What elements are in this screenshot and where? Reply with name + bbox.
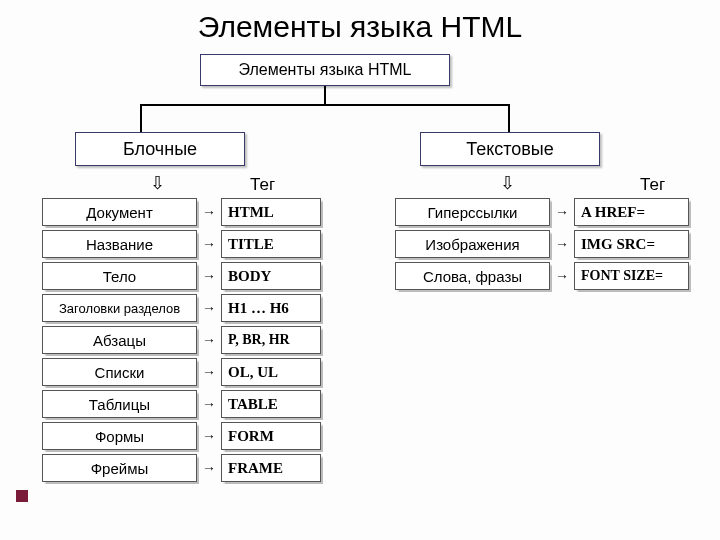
element-tag: FORM	[221, 422, 321, 450]
element-tag: A HREF=	[574, 198, 689, 226]
element-tag: TABLE	[221, 390, 321, 418]
table-row: Тело → BODY	[42, 262, 321, 290]
table-row: Слова, фразы → FONT SIZE=	[395, 262, 689, 290]
table-row: Название → TITLE	[42, 230, 321, 258]
tag-header-left: Тег	[250, 175, 275, 195]
table-row: Абзацы → P, BR, HR	[42, 326, 321, 354]
element-name: Списки	[42, 358, 197, 386]
down-arrow-icon: ⇩	[500, 172, 515, 194]
element-name: Слова, фразы	[395, 262, 550, 290]
element-name: Формы	[42, 422, 197, 450]
arrow-right-icon: →	[550, 230, 574, 258]
arrow-right-icon: →	[197, 230, 221, 258]
element-name: Гиперссылки	[395, 198, 550, 226]
element-name: Тело	[42, 262, 197, 290]
connector	[140, 104, 510, 106]
arrow-right-icon: →	[550, 262, 574, 290]
arrow-right-icon: →	[197, 326, 221, 354]
down-arrow-icon: ⇩	[150, 172, 165, 194]
arrow-right-icon: →	[197, 294, 221, 322]
arrow-right-icon: →	[550, 198, 574, 226]
element-tag: FONT SIZE=	[574, 262, 689, 290]
page-title: Элементы языка HTML	[0, 0, 720, 44]
element-tag: OL, UL	[221, 358, 321, 386]
element-tag: FRAME	[221, 454, 321, 482]
element-name: Заголовки разделов	[42, 294, 197, 322]
category-text: Текстовые	[420, 132, 600, 166]
element-name: Абзацы	[42, 326, 197, 354]
element-tag: IMG SRC=	[574, 230, 689, 258]
element-tag: HTML	[221, 198, 321, 226]
table-row: Фреймы → FRAME	[42, 454, 321, 482]
connector	[508, 104, 510, 132]
tag-header-right: Тег	[640, 175, 665, 195]
arrow-right-icon: →	[197, 262, 221, 290]
table-row: Формы → FORM	[42, 422, 321, 450]
arrow-right-icon: →	[197, 358, 221, 386]
element-name: Изображения	[395, 230, 550, 258]
table-row: Списки → OL, UL	[42, 358, 321, 386]
arrow-right-icon: →	[197, 390, 221, 418]
element-name: Документ	[42, 198, 197, 226]
table-row: Заголовки разделов → H1 … H6	[42, 294, 321, 322]
table-row: Документ → HTML	[42, 198, 321, 226]
connector	[324, 86, 326, 104]
accent-square	[16, 490, 28, 502]
arrow-right-icon: →	[197, 454, 221, 482]
element-tag: P, BR, HR	[221, 326, 321, 354]
arrow-right-icon: →	[197, 198, 221, 226]
table-row: Таблицы → TABLE	[42, 390, 321, 418]
connector	[140, 104, 142, 132]
element-tag: TITLE	[221, 230, 321, 258]
element-name: Фреймы	[42, 454, 197, 482]
table-row: Гиперссылки → A HREF=	[395, 198, 689, 226]
subtitle-box: Элементы языка HTML	[200, 54, 450, 86]
element-tag: H1 … H6	[221, 294, 321, 322]
element-tag: BODY	[221, 262, 321, 290]
table-row: Изображения → IMG SRC=	[395, 230, 689, 258]
element-name: Таблицы	[42, 390, 197, 418]
element-name: Название	[42, 230, 197, 258]
arrow-right-icon: →	[197, 422, 221, 450]
category-block: Блочные	[75, 132, 245, 166]
